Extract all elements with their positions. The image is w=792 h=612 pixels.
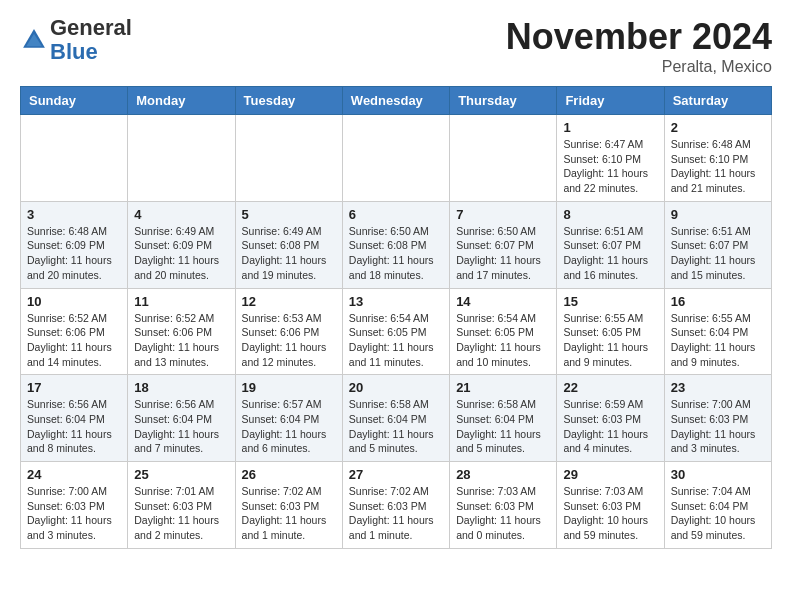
day-number: 15 xyxy=(563,294,657,309)
day-info: Sunrise: 6:52 AMSunset: 6:06 PMDaylight:… xyxy=(134,311,228,370)
calendar-week-row: 1Sunrise: 6:47 AMSunset: 6:10 PMDaylight… xyxy=(21,115,772,202)
day-number: 21 xyxy=(456,380,550,395)
calendar-day-cell: 29Sunrise: 7:03 AMSunset: 6:03 PMDayligh… xyxy=(557,462,664,549)
calendar-day-cell: 24Sunrise: 7:00 AMSunset: 6:03 PMDayligh… xyxy=(21,462,128,549)
calendar-day-cell: 12Sunrise: 6:53 AMSunset: 6:06 PMDayligh… xyxy=(235,288,342,375)
day-info: Sunrise: 6:50 AMSunset: 6:07 PMDaylight:… xyxy=(456,224,550,283)
calendar-day-cell: 10Sunrise: 6:52 AMSunset: 6:06 PMDayligh… xyxy=(21,288,128,375)
calendar-day-cell: 8Sunrise: 6:51 AMSunset: 6:07 PMDaylight… xyxy=(557,201,664,288)
weekday-header: Monday xyxy=(128,87,235,115)
calendar-empty-cell xyxy=(450,115,557,202)
calendar-day-cell: 1Sunrise: 6:47 AMSunset: 6:10 PMDaylight… xyxy=(557,115,664,202)
weekday-header: Friday xyxy=(557,87,664,115)
day-number: 13 xyxy=(349,294,443,309)
calendar-day-cell: 27Sunrise: 7:02 AMSunset: 6:03 PMDayligh… xyxy=(342,462,449,549)
calendar-week-row: 10Sunrise: 6:52 AMSunset: 6:06 PMDayligh… xyxy=(21,288,772,375)
day-info: Sunrise: 6:55 AMSunset: 6:04 PMDaylight:… xyxy=(671,311,765,370)
day-info: Sunrise: 6:52 AMSunset: 6:06 PMDaylight:… xyxy=(27,311,121,370)
calendar-empty-cell xyxy=(21,115,128,202)
day-info: Sunrise: 6:56 AMSunset: 6:04 PMDaylight:… xyxy=(27,397,121,456)
calendar-week-row: 17Sunrise: 6:56 AMSunset: 6:04 PMDayligh… xyxy=(21,375,772,462)
calendar-day-cell: 2Sunrise: 6:48 AMSunset: 6:10 PMDaylight… xyxy=(664,115,771,202)
calendar-empty-cell xyxy=(235,115,342,202)
calendar-day-cell: 28Sunrise: 7:03 AMSunset: 6:03 PMDayligh… xyxy=(450,462,557,549)
day-number: 9 xyxy=(671,207,765,222)
day-number: 26 xyxy=(242,467,336,482)
day-info: Sunrise: 6:58 AMSunset: 6:04 PMDaylight:… xyxy=(456,397,550,456)
day-number: 19 xyxy=(242,380,336,395)
logo: General Blue xyxy=(20,16,132,64)
day-number: 27 xyxy=(349,467,443,482)
day-number: 5 xyxy=(242,207,336,222)
day-info: Sunrise: 6:54 AMSunset: 6:05 PMDaylight:… xyxy=(349,311,443,370)
day-number: 11 xyxy=(134,294,228,309)
calendar-day-cell: 23Sunrise: 7:00 AMSunset: 6:03 PMDayligh… xyxy=(664,375,771,462)
calendar-day-cell: 19Sunrise: 6:57 AMSunset: 6:04 PMDayligh… xyxy=(235,375,342,462)
day-info: Sunrise: 7:00 AMSunset: 6:03 PMDaylight:… xyxy=(27,484,121,543)
calendar-empty-cell xyxy=(342,115,449,202)
day-info: Sunrise: 6:59 AMSunset: 6:03 PMDaylight:… xyxy=(563,397,657,456)
calendar-day-cell: 4Sunrise: 6:49 AMSunset: 6:09 PMDaylight… xyxy=(128,201,235,288)
calendar-day-cell: 15Sunrise: 6:55 AMSunset: 6:05 PMDayligh… xyxy=(557,288,664,375)
day-number: 2 xyxy=(671,120,765,135)
day-info: Sunrise: 7:03 AMSunset: 6:03 PMDaylight:… xyxy=(563,484,657,543)
day-info: Sunrise: 6:55 AMSunset: 6:05 PMDaylight:… xyxy=(563,311,657,370)
calendar-day-cell: 20Sunrise: 6:58 AMSunset: 6:04 PMDayligh… xyxy=(342,375,449,462)
day-info: Sunrise: 6:48 AMSunset: 6:09 PMDaylight:… xyxy=(27,224,121,283)
calendar-week-row: 3Sunrise: 6:48 AMSunset: 6:09 PMDaylight… xyxy=(21,201,772,288)
page: General Blue November 2024 Peralta, Mexi… xyxy=(0,0,792,565)
calendar-day-cell: 9Sunrise: 6:51 AMSunset: 6:07 PMDaylight… xyxy=(664,201,771,288)
day-info: Sunrise: 6:49 AMSunset: 6:08 PMDaylight:… xyxy=(242,224,336,283)
calendar-day-cell: 16Sunrise: 6:55 AMSunset: 6:04 PMDayligh… xyxy=(664,288,771,375)
logo-blue-text: Blue xyxy=(50,39,98,64)
day-info: Sunrise: 6:54 AMSunset: 6:05 PMDaylight:… xyxy=(456,311,550,370)
day-info: Sunrise: 7:02 AMSunset: 6:03 PMDaylight:… xyxy=(242,484,336,543)
day-number: 24 xyxy=(27,467,121,482)
day-number: 14 xyxy=(456,294,550,309)
calendar-day-cell: 25Sunrise: 7:01 AMSunset: 6:03 PMDayligh… xyxy=(128,462,235,549)
location: Peralta, Mexico xyxy=(506,58,772,76)
day-number: 18 xyxy=(134,380,228,395)
calendar-day-cell: 11Sunrise: 6:52 AMSunset: 6:06 PMDayligh… xyxy=(128,288,235,375)
calendar-header-row: SundayMondayTuesdayWednesdayThursdayFrid… xyxy=(21,87,772,115)
day-info: Sunrise: 7:02 AMSunset: 6:03 PMDaylight:… xyxy=(349,484,443,543)
day-number: 12 xyxy=(242,294,336,309)
day-number: 6 xyxy=(349,207,443,222)
day-number: 23 xyxy=(671,380,765,395)
weekday-header: Saturday xyxy=(664,87,771,115)
day-number: 28 xyxy=(456,467,550,482)
logo-general-text: General xyxy=(50,15,132,40)
day-info: Sunrise: 6:51 AMSunset: 6:07 PMDaylight:… xyxy=(563,224,657,283)
day-info: Sunrise: 7:04 AMSunset: 6:04 PMDaylight:… xyxy=(671,484,765,543)
weekday-header: Thursday xyxy=(450,87,557,115)
calendar-day-cell: 7Sunrise: 6:50 AMSunset: 6:07 PMDaylight… xyxy=(450,201,557,288)
day-number: 10 xyxy=(27,294,121,309)
day-number: 25 xyxy=(134,467,228,482)
day-number: 30 xyxy=(671,467,765,482)
day-info: Sunrise: 6:58 AMSunset: 6:04 PMDaylight:… xyxy=(349,397,443,456)
day-number: 17 xyxy=(27,380,121,395)
calendar-day-cell: 14Sunrise: 6:54 AMSunset: 6:05 PMDayligh… xyxy=(450,288,557,375)
logo-icon xyxy=(20,26,48,54)
calendar-day-cell: 18Sunrise: 6:56 AMSunset: 6:04 PMDayligh… xyxy=(128,375,235,462)
header: General Blue November 2024 Peralta, Mexi… xyxy=(20,16,772,76)
calendar-week-row: 24Sunrise: 7:00 AMSunset: 6:03 PMDayligh… xyxy=(21,462,772,549)
calendar-empty-cell xyxy=(128,115,235,202)
calendar-day-cell: 21Sunrise: 6:58 AMSunset: 6:04 PMDayligh… xyxy=(450,375,557,462)
day-number: 4 xyxy=(134,207,228,222)
day-number: 22 xyxy=(563,380,657,395)
month-title: November 2024 xyxy=(506,16,772,58)
day-number: 8 xyxy=(563,207,657,222)
day-info: Sunrise: 6:51 AMSunset: 6:07 PMDaylight:… xyxy=(671,224,765,283)
title-block: November 2024 Peralta, Mexico xyxy=(506,16,772,76)
day-info: Sunrise: 6:48 AMSunset: 6:10 PMDaylight:… xyxy=(671,137,765,196)
day-number: 29 xyxy=(563,467,657,482)
day-number: 16 xyxy=(671,294,765,309)
weekday-header: Tuesday xyxy=(235,87,342,115)
day-number: 20 xyxy=(349,380,443,395)
day-info: Sunrise: 6:49 AMSunset: 6:09 PMDaylight:… xyxy=(134,224,228,283)
day-info: Sunrise: 6:47 AMSunset: 6:10 PMDaylight:… xyxy=(563,137,657,196)
day-info: Sunrise: 7:01 AMSunset: 6:03 PMDaylight:… xyxy=(134,484,228,543)
calendar-day-cell: 17Sunrise: 6:56 AMSunset: 6:04 PMDayligh… xyxy=(21,375,128,462)
day-info: Sunrise: 7:00 AMSunset: 6:03 PMDaylight:… xyxy=(671,397,765,456)
